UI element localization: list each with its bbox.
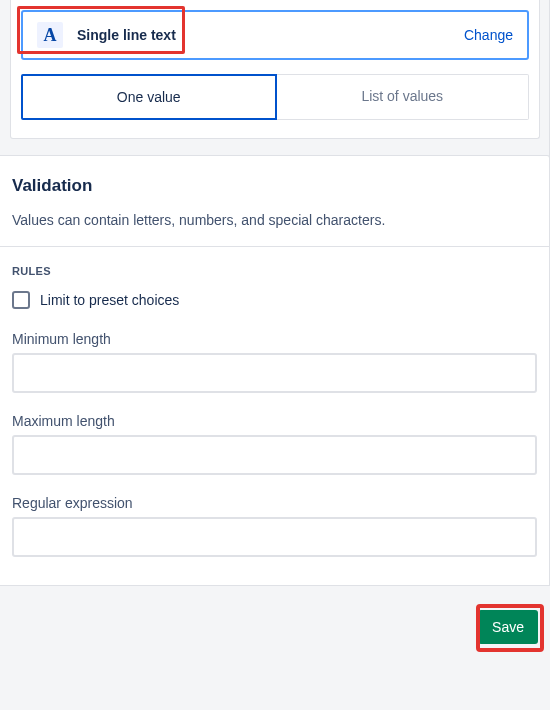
cardinality-tabs: One value List of values — [21, 74, 529, 120]
limit-preset-label: Limit to preset choices — [40, 292, 179, 308]
max-length-label: Maximum length — [12, 413, 537, 429]
save-button[interactable]: Save — [478, 610, 538, 644]
validation-panel: Validation Values can contain letters, n… — [0, 155, 550, 586]
field-type-label: Single line text — [77, 27, 176, 43]
text-type-icon: A — [37, 22, 63, 48]
field-type-panel: A Single line text Change One value List… — [10, 0, 540, 139]
change-type-link[interactable]: Change — [464, 27, 513, 43]
tab-list-of-values[interactable]: List of values — [277, 74, 530, 120]
limit-preset-row[interactable]: Limit to preset choices — [12, 291, 537, 309]
regex-input[interactable] — [12, 517, 537, 557]
field-type-selector[interactable]: A Single line text Change — [21, 10, 529, 60]
limit-preset-checkbox[interactable] — [12, 291, 30, 309]
max-length-input[interactable] — [12, 435, 537, 475]
min-length-label: Minimum length — [12, 331, 537, 347]
validation-description: Values can contain letters, numbers, and… — [12, 212, 537, 228]
divider — [0, 246, 549, 247]
footer: Save — [0, 586, 550, 654]
tab-one-value[interactable]: One value — [21, 74, 277, 120]
regex-label: Regular expression — [12, 495, 537, 511]
min-length-input[interactable] — [12, 353, 537, 393]
rules-heading: RULES — [12, 265, 537, 277]
validation-title: Validation — [12, 176, 537, 196]
